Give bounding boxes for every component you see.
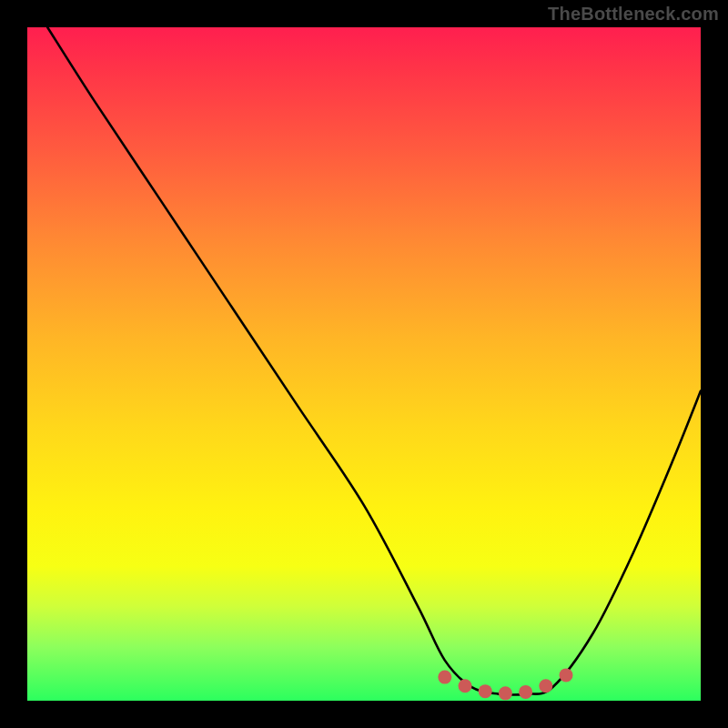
chart-frame: TheBottleneck.com bbox=[0, 0, 728, 728]
bottleneck-curve bbox=[47, 27, 701, 695]
trough-marker bbox=[459, 679, 472, 693]
trough-marker bbox=[438, 671, 451, 684]
trough-marker bbox=[479, 684, 492, 698]
chart-svg bbox=[27, 27, 701, 701]
trough-marker bbox=[499, 686, 512, 700]
watermark-text: TheBottleneck.com bbox=[548, 4, 719, 25]
trough-marker bbox=[560, 668, 573, 682]
trough-markers-group bbox=[438, 668, 572, 700]
trough-marker bbox=[539, 679, 552, 693]
trough-marker bbox=[519, 685, 532, 699]
